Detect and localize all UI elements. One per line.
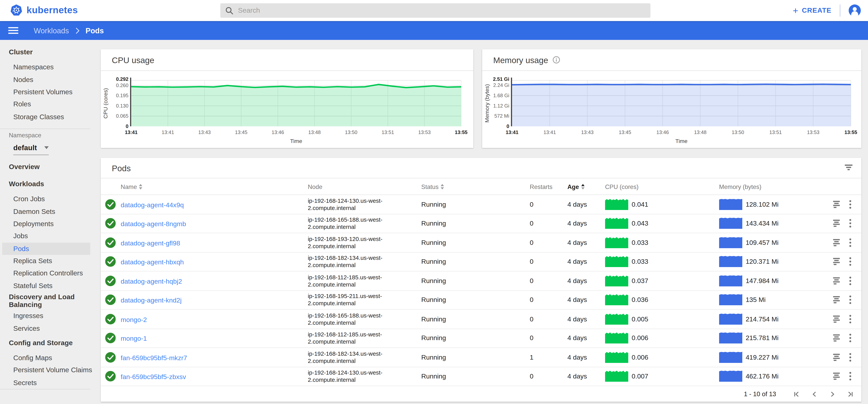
sidebar-item-persistent-volumes[interactable]: Persistent Volumes	[0, 86, 90, 98]
svg-text:572 Mi: 572 Mi	[494, 113, 509, 119]
info-circle-icon[interactable]	[553, 56, 560, 64]
kebab-menu-icon[interactable]	[849, 315, 851, 323]
sidebar-item-roles[interactable]: Roles	[0, 98, 90, 111]
filter-icon[interactable]	[845, 164, 852, 172]
table-row: mongo-1ip-192-168-112-185.us-west-2.comp…	[101, 329, 861, 348]
svg-text:1.68 Gi: 1.68 Gi	[493, 93, 509, 98]
kebab-menu-icon[interactable]	[849, 200, 851, 209]
search-icon	[225, 6, 234, 15]
breadcrumb-parent[interactable]: Workloads	[34, 26, 69, 35]
pods-card-header: Pods	[101, 158, 861, 178]
sidebar-item-daemon-sets[interactable]: Daemon Sets	[0, 205, 90, 218]
kebab-menu-icon[interactable]	[849, 257, 851, 266]
kebab-menu-icon[interactable]	[849, 277, 851, 285]
prev-page-icon[interactable]	[811, 391, 818, 398]
logs-icon[interactable]	[833, 296, 840, 304]
sort-desc-icon	[441, 187, 444, 189]
pod-name-link[interactable]: datadog-agent-8ngmb	[121, 219, 186, 228]
logs-icon[interactable]	[833, 315, 840, 323]
memory-value: 147.984 Mi	[746, 277, 778, 285]
sort-arrows-icon	[139, 184, 143, 189]
sidebar-item-deployments[interactable]: Deployments	[0, 218, 90, 230]
breadcrumb-toolbar: Workloads Pods	[0, 21, 868, 40]
next-page-icon[interactable]	[829, 391, 836, 398]
pod-name[interactable]: mongo-1	[121, 335, 147, 343]
pod-name[interactable]: datadog-agent-44x9q	[121, 201, 184, 209]
kebab-menu-icon[interactable]	[849, 334, 851, 343]
search-bar[interactable]	[220, 3, 650, 18]
first-page-icon[interactable]	[793, 391, 801, 398]
pod-name[interactable]: datadog-agent-gfl98	[121, 239, 180, 247]
sidebar-item-stateful-sets[interactable]: Stateful Sets	[0, 280, 90, 292]
pod-name-link[interactable]: datadog-agent-44x9q	[121, 199, 184, 209]
pod-name-link[interactable]: datadog-agent-knd2j	[121, 295, 182, 305]
kebab-menu-icon[interactable]	[849, 295, 851, 305]
sidebar-item-storage-classes[interactable]: Storage Classes	[0, 111, 90, 123]
hamburger-menu-icon[interactable]	[8, 27, 18, 34]
pod-name-link[interactable]: fan-659bc95bf5-zbxsv	[121, 371, 186, 381]
pod-name-link[interactable]: mongo-2	[121, 314, 147, 324]
sidebar-item-namespaces[interactable]: Namespaces	[0, 61, 90, 74]
column-header-status[interactable]: Status	[421, 183, 444, 190]
sidebar-item-config-maps[interactable]: Config Maps	[0, 352, 90, 364]
kebab-menu-icon[interactable]	[849, 372, 851, 381]
pod-name[interactable]: datadog-agent-hqbj2	[121, 278, 182, 285]
pod-name-link[interactable]: datadog-agent-hbxqh	[121, 257, 184, 267]
namespace-select[interactable]: default	[13, 141, 49, 155]
cpu-card-title: CPU usage	[112, 55, 154, 64]
sidebar-item-replication-controllers[interactable]: Replication Controllers	[0, 267, 90, 280]
svg-text:13:41: 13:41	[125, 129, 137, 135]
sidebar-item-cron-jobs[interactable]: Cron Jobs	[0, 193, 90, 205]
logs-icon[interactable]	[833, 200, 840, 209]
pod-name[interactable]: fan-659bc95bf5-zbxsv	[121, 373, 186, 381]
pod-name[interactable]: fan-659bc95bf5-mkzr7	[121, 354, 187, 362]
node-name: ip-192-168-165-188.us-west-2.compute.int…	[308, 312, 386, 326]
account-circle-icon[interactable]	[848, 4, 861, 17]
create-button[interactable]: + CREATE	[793, 6, 831, 15]
column-header-name[interactable]: Name	[121, 183, 143, 190]
sidebar-item-nodes[interactable]: Nodes	[0, 74, 90, 86]
sidebar-item-services[interactable]: Services	[0, 322, 90, 335]
kebab-menu-icon[interactable]	[849, 353, 851, 362]
pod-name-link[interactable]: fan-659bc95bf5-mkzr7	[121, 352, 187, 362]
memory-value: 135 Mi	[746, 296, 766, 304]
pods-table-body: datadog-agent-44x9qip-192-168-124-130.us…	[101, 195, 861, 386]
kubernetes-logo[interactable]: kubernetes	[10, 4, 78, 17]
pod-name-link[interactable]: mongo-1	[121, 333, 147, 343]
sidebar-item-replica-sets[interactable]: Replica Sets	[0, 255, 90, 267]
column-label: Restarts	[530, 183, 553, 190]
pod-name[interactable]: mongo-2	[121, 316, 147, 323]
sidebar-item-secrets[interactable]: Secrets	[0, 377, 90, 389]
table-row: datadog-agent-8ngmbip-192-168-165-188.us…	[101, 214, 861, 233]
sidebar-item-jobs[interactable]: Jobs	[0, 230, 90, 242]
pod-name-link[interactable]: datadog-agent-hqbj2	[121, 276, 182, 286]
sidebar-item-pods[interactable]: Pods	[2, 242, 90, 255]
sidebar-item-persistent-volume-claims[interactable]: Persistent Volume Claims	[0, 364, 90, 377]
search-input[interactable]	[238, 7, 645, 15]
kebab-menu-icon[interactable]	[849, 238, 851, 247]
sidebar-item-overview[interactable]: Overview	[0, 161, 90, 173]
pod-name[interactable]: datadog-agent-hbxqh	[121, 258, 184, 266]
column-label: Age	[567, 183, 579, 190]
logs-icon[interactable]	[833, 334, 840, 342]
column-header-age[interactable]: Age	[567, 183, 584, 190]
kebab-menu-icon[interactable]	[849, 219, 851, 228]
pod-name[interactable]: datadog-agent-8ngmb	[121, 220, 186, 228]
logs-icon[interactable]	[833, 258, 840, 266]
pod-restarts: 0	[530, 258, 533, 265]
sidebar-item-ingresses[interactable]: Ingresses	[0, 310, 90, 322]
svg-text:0.292: 0.292	[116, 76, 128, 82]
pod-name-link[interactable]: datadog-agent-gfl98	[121, 238, 180, 248]
logs-icon[interactable]	[833, 353, 840, 362]
logs-icon[interactable]	[833, 277, 840, 285]
logs-icon[interactable]	[833, 372, 840, 381]
column-header-restarts: Restarts	[530, 183, 553, 190]
last-page-icon[interactable]	[846, 391, 854, 398]
logs-icon[interactable]	[833, 238, 840, 247]
cpu-sparkline	[605, 294, 628, 306]
memory-sparkline	[719, 294, 742, 306]
sidebar-section-discovery-and-load-balancing: Discovery and Load Balancing	[0, 295, 90, 307]
memory-usage-card: Memory usage 0572 Mi1.12 Gi1.68 Gi2.24 G…	[482, 49, 861, 148]
pod-name[interactable]: datadog-agent-knd2j	[121, 296, 182, 304]
logs-icon[interactable]	[833, 219, 840, 228]
